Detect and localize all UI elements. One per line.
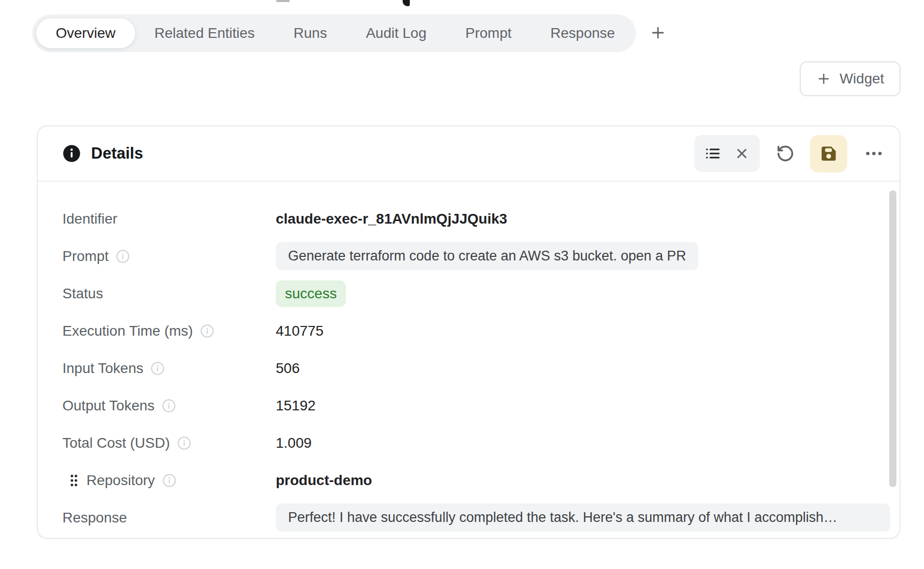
row-label: Output Tokens — [62, 398, 155, 414]
clipped-title-fragment — [276, 0, 290, 2]
drag-handle-icon[interactable] — [70, 474, 78, 487]
tab-overview[interactable]: Overview — [36, 18, 135, 48]
row-label: Execution Time (ms) — [62, 323, 193, 339]
tab-bar: Overview Related Entities Runs Audit Log… — [32, 14, 636, 52]
info-icon[interactable] — [162, 473, 177, 488]
detail-row-status: Status success — [62, 275, 899, 312]
info-icon[interactable] — [177, 436, 191, 450]
response-value[interactable]: Perfect! I have successfully completed t… — [276, 504, 890, 532]
add-tab-button[interactable] — [646, 20, 670, 45]
detail-row-prompt: Prompt Generate terraform code to create… — [62, 237, 899, 275]
detail-row-execution-time: Execution Time (ms) 410775 — [62, 312, 899, 349]
plus-icon — [649, 24, 667, 41]
tab-audit-log[interactable]: Audit Log — [346, 18, 446, 48]
total-cost-value: 1.009 — [276, 435, 312, 451]
more-icon[interactable] — [863, 144, 885, 163]
row-label: Status — [62, 286, 103, 302]
tab-runs[interactable]: Runs — [274, 18, 346, 48]
page: Overview Related Entities Runs Audit Log… — [0, 0, 924, 569]
repository-value: product-demo — [276, 472, 372, 489]
detail-row-repository: Repository product-demo — [62, 462, 899, 499]
info-filled-icon — [62, 144, 81, 163]
details-card: Details — [37, 125, 900, 539]
tab-response[interactable]: Response — [531, 18, 634, 48]
detail-row-total-cost: Total Cost (USD) 1.009 — [62, 424, 899, 462]
execution-time-value: 410775 — [276, 323, 323, 339]
save-icon[interactable] — [810, 135, 847, 172]
detail-row-input-tokens: Input Tokens 506 — [62, 349, 899, 387]
prompt-value[interactable]: Generate terraform code to create an AWS… — [276, 242, 698, 270]
detail-row-output-tokens: Output Tokens 15192 — [62, 387, 899, 424]
details-card-header: Details — [38, 126, 899, 182]
card-toolbar — [694, 135, 885, 172]
clipped-title-fragment — [403, 0, 410, 6]
input-tokens-value: 506 — [276, 360, 300, 377]
info-icon[interactable] — [200, 324, 214, 338]
row-label: Prompt — [62, 248, 108, 265]
card-scrollbar-thumb[interactable] — [889, 190, 896, 487]
list-icon[interactable] — [705, 145, 721, 162]
undo-icon[interactable] — [776, 144, 795, 163]
plus-icon — [816, 71, 831, 86]
widget-button-label: Widget — [840, 71, 884, 87]
row-label: Response — [62, 510, 127, 526]
card-title: Details — [91, 144, 143, 163]
detail-row-response: Response Perfect! I have successfully co… — [62, 499, 899, 536]
add-widget-button[interactable]: Widget — [800, 61, 900, 96]
output-tokens-value: 15192 — [276, 398, 316, 414]
tab-related-entities[interactable]: Related Entities — [135, 18, 274, 48]
close-icon[interactable] — [734, 146, 750, 161]
details-card-body: Identifier claude-exec-r_81AVnlmQjJJQuik… — [38, 182, 899, 536]
identifier-value: claude-exec-r_81AVnlmQjJJQuik3 — [276, 211, 507, 227]
row-label: Repository — [86, 472, 155, 489]
row-label: Input Tokens — [62, 360, 143, 377]
detail-row-identifier: Identifier claude-exec-r_81AVnlmQjJJQuik… — [62, 200, 899, 237]
list-close-group — [694, 135, 760, 172]
row-label: Identifier — [62, 211, 117, 227]
status-badge: success — [276, 280, 346, 307]
info-icon[interactable] — [116, 249, 130, 264]
info-icon[interactable] — [162, 399, 176, 413]
info-icon[interactable] — [150, 361, 165, 376]
row-label: Total Cost (USD) — [62, 435, 170, 451]
tab-prompt[interactable]: Prompt — [446, 18, 531, 48]
